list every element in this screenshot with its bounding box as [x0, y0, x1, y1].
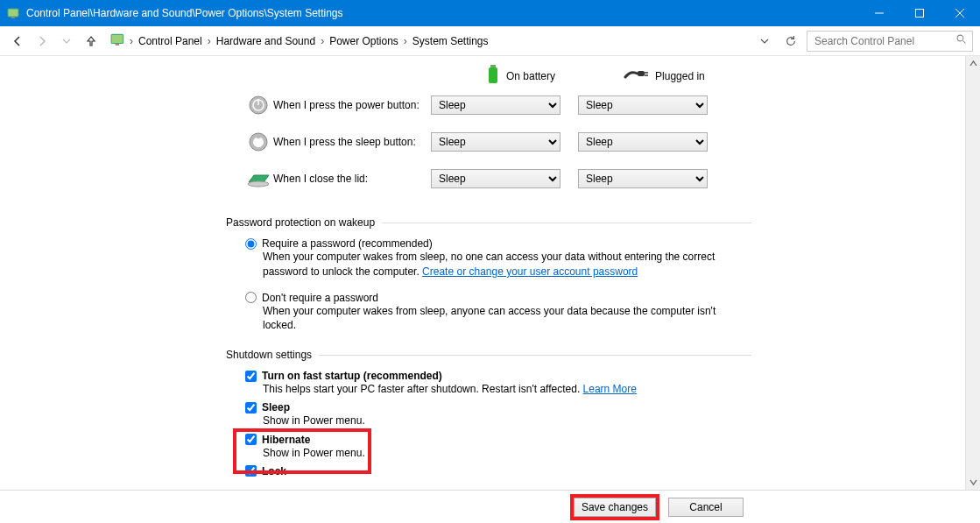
column-header-battery: On battery — [487, 65, 555, 87]
chevron-right-icon: › — [208, 35, 211, 47]
scroll-down-icon[interactable] — [966, 475, 980, 490]
divider — [382, 223, 751, 223]
search-box[interactable] — [807, 31, 973, 52]
minimize-button[interactable] — [859, 0, 899, 26]
sleep-button-battery-select[interactable]: Sleep — [431, 132, 561, 152]
svg-rect-0 — [8, 9, 18, 17]
no-password-radio[interactable] — [245, 292, 257, 303]
shutdown-section: Shutdown settings Turn on fast startup (… — [226, 349, 751, 477]
column-label: Plugged in — [655, 70, 705, 82]
nav-back-button[interactable] — [7, 31, 28, 52]
save-highlight: Save changes — [570, 494, 659, 520]
svg-line-9 — [963, 41, 966, 44]
chevron-right-icon: › — [404, 35, 407, 47]
power-button-icon — [243, 95, 273, 116]
svg-point-8 — [957, 35, 963, 41]
svg-rect-1 — [11, 17, 15, 18]
navbar: › Control Panel › Hardware and Sound › P… — [0, 26, 980, 56]
divider — [319, 355, 751, 356]
row-sleep-button: When I press the sleep button: Sleep Sle… — [243, 124, 965, 160]
chevron-right-icon: › — [130, 35, 133, 47]
page-content: On battery Plugged in When I press the p… — [0, 56, 980, 490]
nav-recent-button[interactable] — [56, 31, 77, 52]
require-password-radio[interactable] — [245, 238, 257, 250]
svg-rect-11 — [489, 67, 497, 83]
password-section: Password protection on wakeup Require a … — [226, 216, 751, 333]
fast-startup-checkbox[interactable] — [245, 371, 257, 382]
row-label: When I close the lid: — [273, 173, 431, 185]
search-input[interactable] — [813, 34, 944, 48]
checkbox-description: Show in Power menu. — [263, 413, 751, 428]
maximize-button[interactable] — [899, 0, 940, 26]
refresh-button[interactable] — [780, 31, 801, 52]
breadcrumb-item[interactable]: System Settings — [411, 33, 490, 49]
column-header-plugged: Plugged in — [624, 68, 705, 83]
lid-battery-select[interactable]: Sleep — [431, 169, 561, 188]
chevron-right-icon: › — [321, 35, 324, 47]
row-label: When I press the sleep button: — [273, 136, 431, 148]
checkbox-description: Show in Power menu. — [263, 446, 751, 460]
footer: Save changes Cancel — [0, 490, 980, 523]
power-button-battery-select[interactable]: Sleep — [431, 95, 561, 115]
search-icon — [956, 34, 967, 47]
battery-icon — [487, 65, 499, 87]
checkbox-label: Sleep — [262, 401, 290, 413]
learn-more-link[interactable]: Learn More — [583, 383, 637, 395]
nav-forward-button[interactable] — [32, 31, 53, 52]
titlebar: Control Panel\Hardware and Sound\Power O… — [0, 0, 980, 26]
scroll-up-icon[interactable] — [966, 56, 980, 71]
address-dropdown-button[interactable] — [754, 31, 775, 52]
sleep-button-plugged-select[interactable]: Sleep — [578, 132, 708, 152]
checkbox-label: Hibernate — [262, 434, 310, 446]
control-panel-icon — [7, 6, 21, 20]
address-icon — [110, 32, 126, 50]
breadcrumb: › Control Panel › Hardware and Sound › P… — [110, 32, 751, 50]
column-label: On battery — [506, 70, 555, 82]
svg-rect-3 — [916, 10, 924, 18]
power-button-plugged-select[interactable]: Sleep — [578, 95, 708, 115]
close-button[interactable] — [940, 0, 980, 26]
account-password-link[interactable]: Create or change your user account passw… — [422, 265, 638, 278]
sleep-button-icon — [243, 131, 273, 152]
svg-point-19 — [248, 181, 269, 187]
sleep-checkbox[interactable] — [245, 402, 257, 413]
section-title: Shutdown settings — [226, 349, 312, 361]
row-power-button: When I press the power button: Sleep Sle… — [243, 87, 965, 124]
lid-plugged-select[interactable]: Sleep — [578, 169, 708, 188]
svg-rect-10 — [490, 65, 496, 67]
radio-label: Don't require a password — [262, 292, 378, 304]
radio-label: Require a password (recommended) — [262, 237, 433, 250]
section-title: Password protection on wakeup — [226, 216, 375, 229]
vertical-scrollbar[interactable] — [965, 56, 980, 490]
titlebar-text: Control Panel\Hardware and Sound\Power O… — [26, 7, 343, 19]
svg-rect-7 — [116, 44, 120, 46]
breadcrumb-item[interactable]: Control Panel — [137, 33, 204, 49]
lid-icon — [243, 170, 273, 187]
radio-description: When your computer wakes from sleep, no … — [263, 250, 736, 279]
radio-description: When your computer wakes from sleep, any… — [263, 304, 736, 334]
hibernate-highlight: Hibernate Show in Power menu. — [245, 434, 751, 460]
checkbox-label: Turn on fast startup (recommended) — [262, 370, 442, 382]
nav-up-button[interactable] — [81, 31, 102, 52]
breadcrumb-item[interactable]: Hardware and Sound — [215, 33, 317, 49]
row-close-lid: When I close the lid: Sleep Sleep — [243, 160, 965, 197]
cancel-button[interactable]: Cancel — [668, 498, 744, 517]
plug-icon — [624, 68, 648, 83]
breadcrumb-item[interactable]: Power Options — [328, 33, 400, 49]
hibernate-checkbox[interactable] — [245, 434, 257, 445]
svg-rect-12 — [638, 71, 645, 76]
svg-rect-6 — [111, 34, 123, 43]
row-label: When I press the power button: — [273, 99, 431, 111]
save-changes-button[interactable]: Save changes — [574, 498, 656, 517]
checkbox-description: This helps start your PC faster after sh… — [263, 382, 751, 396]
